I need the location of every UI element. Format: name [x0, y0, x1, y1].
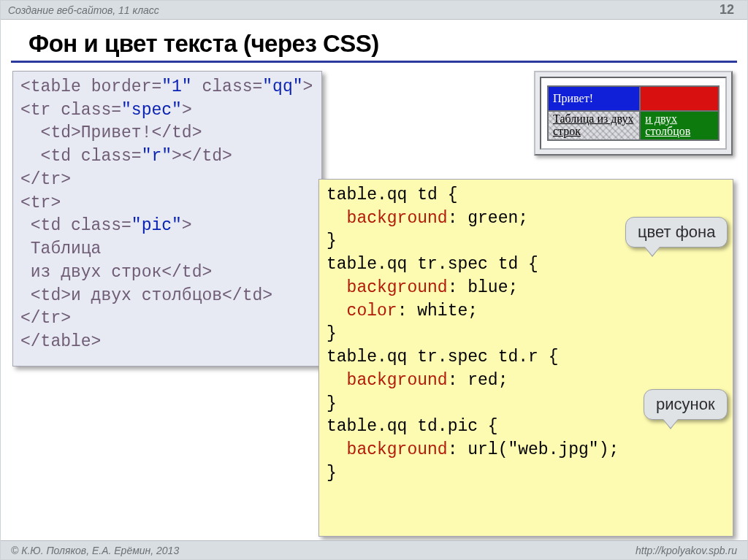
- header-bar: Создание веб-сайтов, 11 класс 12: [1, 1, 747, 20]
- footer-url: http://kpolyakov.spb.ru: [636, 545, 737, 556]
- footer-bar: © К.Ю. Поляков, Е.А. Ерёмин, 2013 http:/…: [1, 540, 747, 559]
- html-code-box: <table border="1" class="qq"> <tr class=…: [12, 71, 322, 367]
- preview-window: Привет! Таблица из двух строк и двух сто…: [534, 71, 733, 156]
- page-title: Фон и цвет текста (через CSS): [28, 30, 747, 58]
- cell-red: [640, 86, 719, 111]
- title-rule: [11, 61, 737, 63]
- callout-bg-color: цвет фона: [625, 217, 728, 248]
- callout-picture: рисунок: [644, 389, 728, 420]
- cell-texture: Таблица из двух строк: [548, 111, 640, 140]
- table-row: Привет!: [548, 86, 719, 111]
- code-line: table.qq td { background: green; } table…: [327, 185, 619, 483]
- table-row: Таблица из двух строк и двух столбцов: [548, 111, 719, 140]
- cell-green: и двух столбцов: [640, 111, 719, 140]
- course-label: Создание веб-сайтов, 11 класс: [8, 4, 159, 16]
- code-line: <table border="1" class="qq"> <tr class=…: [20, 77, 313, 351]
- preview-inner: Привет! Таблица из двух строк и двух сто…: [540, 77, 727, 150]
- slide: Создание веб-сайтов, 11 класс 12 Фон и ц…: [0, 0, 748, 560]
- preview-table: Привет! Таблица из двух строк и двух сто…: [547, 85, 720, 141]
- footer-copyright: © К.Ю. Поляков, Е.А. Ерёмин, 2013: [11, 545, 179, 556]
- page-number: 12: [720, 2, 734, 18]
- cell-blue: Привет!: [548, 86, 640, 111]
